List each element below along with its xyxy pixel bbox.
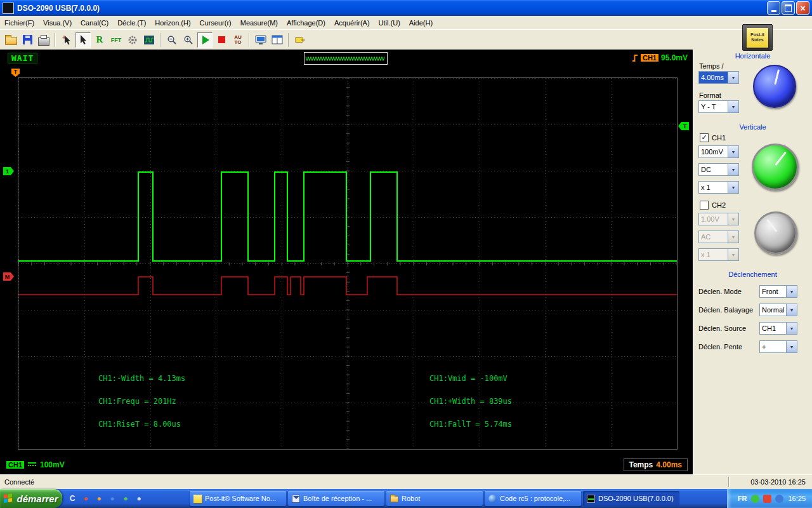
menu-item-measurem[interactable]: Measure(M)	[236, 17, 282, 29]
ch1-level-marker[interactable]: 1	[3, 167, 14, 175]
language-indicator[interactable]: FR	[738, 495, 747, 502]
trigger-mode-select[interactable]: Front▼	[759, 285, 797, 298]
task-label: DSO-2090 USB(7.0.0.0)	[598, 495, 674, 502]
split-display-button[interactable]	[270, 32, 285, 48]
quicklaunch-icon-4[interactable]: ●	[107, 493, 117, 504]
taskbar-task-globe[interactable]: Code rc5 : protocole,...	[485, 491, 581, 506]
quicklaunch-icon-3[interactable]: ●	[94, 493, 104, 504]
acquisition-status: WAIT	[8, 53, 37, 64]
chevron-down-icon[interactable]: ▼	[786, 304, 797, 316]
horizontal-position-knob[interactable]	[753, 65, 796, 108]
quicklaunch-icon-1[interactable]: C	[67, 493, 77, 504]
chevron-down-icon[interactable]: ▼	[728, 164, 738, 175]
save-button[interactable]	[20, 32, 35, 48]
zoom-in-button[interactable]	[181, 32, 196, 48]
menu-item-curseurr[interactable]: Curseur(r)	[195, 17, 236, 29]
chevron-down-icon[interactable]: ▼	[786, 323, 797, 334]
zoom-out-button[interactable]	[164, 32, 180, 48]
open-file-button[interactable]	[3, 32, 18, 48]
trigger-slope-select[interactable]: +▼	[759, 340, 797, 353]
start-button[interactable]: démarrer	[0, 489, 62, 508]
tray-icon-red[interactable]	[763, 495, 771, 503]
print-button[interactable]	[36, 32, 51, 48]
crosshair-tool-button[interactable]	[59, 32, 74, 48]
measurement-readout: CH1:+Width = 839us	[429, 397, 512, 420]
print-icon	[38, 37, 49, 46]
chevron-down-icon[interactable]: ▼	[728, 72, 738, 83]
chevron-down-icon[interactable]: ▼	[786, 341, 797, 352]
ch1-label: CH1	[712, 134, 726, 142]
ch1-coupling-value: DC	[699, 164, 728, 175]
display-window-button[interactable]	[253, 32, 268, 48]
ch1-probe-value: x 1	[699, 182, 728, 193]
trigger-time-marker[interactable]: T	[11, 69, 20, 77]
postit-notes-icon[interactable]: Post-it Notes	[742, 24, 773, 51]
quick-launch-bar: C●●●●●	[62, 493, 149, 504]
ch2-volts-select: 1.00V▼	[698, 213, 739, 225]
start-acquisition-button[interactable]	[197, 32, 213, 48]
close-button[interactable]	[796, 1, 809, 15]
waveform-display-button[interactable]	[141, 32, 157, 48]
menu-item-fichierf[interactable]: Fichier(F)	[0, 17, 39, 29]
trigger-section-title: Déclenchement	[693, 271, 812, 278]
application-window: DSO-2090 USB(7.0.0.0) Fichier(F)Visua.(V…	[0, 0, 812, 508]
stop-acquisition-button[interactable]	[214, 32, 229, 48]
menu-item-affichaged[interactable]: Affichage(D)	[282, 17, 330, 29]
task-label: Post-it® Software No...	[205, 495, 276, 502]
measure-label-button[interactable]	[292, 32, 308, 48]
ch2-checkbox[interactable]	[700, 201, 709, 210]
minimize-button[interactable]	[767, 1, 780, 15]
tray-icon-blue[interactable]	[775, 495, 783, 503]
menu-item-dclet[interactable]: Décle.(T)	[113, 17, 150, 29]
quicklaunch-icon-6[interactable]: ●	[134, 493, 144, 504]
ch1-position-knob[interactable]	[752, 144, 799, 190]
menu-item-canalc[interactable]: Canal(C)	[76, 17, 113, 29]
chevron-down-icon[interactable]: ▼	[728, 146, 738, 157]
save-icon	[23, 35, 32, 44]
format-select[interactable]: Y - T▼	[698, 100, 739, 113]
maximize-icon	[785, 4, 792, 12]
monitor-icon	[255, 35, 266, 45]
fft-button[interactable]: FFT	[108, 32, 124, 48]
trigger-readout: CH1 95.0mV	[632, 53, 688, 62]
settings-button[interactable]	[125, 32, 140, 48]
quicklaunch-icon-2[interactable]: ●	[81, 493, 91, 504]
scope-display[interactable]: CH1:-Width = 4.13msCH1:Frequ = 201HzCH1:…	[18, 77, 678, 450]
menu-item-aideh[interactable]: Aide(H)	[405, 17, 437, 29]
trigger-sweep-select[interactable]: Normal▼	[759, 304, 797, 316]
status-bar: Connecté 03-03-2010 16:25	[0, 474, 812, 490]
measurement-readout: CH1:Vmid = -100mV	[429, 374, 512, 397]
local-zoom-button[interactable]: R	[92, 32, 107, 48]
ch2-position-knob[interactable]	[754, 211, 797, 255]
chevron-down-icon[interactable]: ▼	[728, 101, 738, 112]
taskbar-task-folder[interactable]: Robot	[386, 491, 483, 506]
ch1-probe-select[interactable]: x 1▼	[698, 181, 739, 194]
ch1-volts-select[interactable]: 100mV▼	[698, 145, 739, 158]
menu-item-visuav[interactable]: Visua.(V)	[39, 17, 76, 29]
menu-item-acqurira[interactable]: Acquérir(A)	[330, 17, 374, 29]
maximize-button[interactable]	[782, 1, 795, 15]
taskbar-task-scope[interactable]: DSO-2090 USB(7.0.0.0)	[583, 491, 679, 506]
menu-item-horizonh[interactable]: Horizon.(H)	[150, 17, 195, 29]
time-base-select[interactable]: 4.00ms▼	[698, 71, 739, 84]
pointer-tool-button[interactable]	[75, 32, 91, 48]
trigger-source-select[interactable]: CH1▼	[759, 322, 797, 335]
ch1-coupling-select[interactable]: DC▼	[698, 163, 739, 176]
quicklaunch-icon-5[interactable]: ●	[121, 493, 131, 504]
waveform-preview[interactable]	[304, 52, 388, 65]
autoset-button[interactable]: AU TO	[230, 32, 246, 48]
title-bar: DSO-2090 USB(7.0.0.0)	[0, 0, 812, 16]
chevron-down-icon[interactable]: ▼	[786, 286, 797, 297]
taskbar-task-mail[interactable]: Boîte de réception - ...	[288, 491, 384, 506]
menu-bar: Fichier(F)Visua.(V)Canal(C)Décle.(T)Hori…	[0, 16, 812, 29]
close-icon	[800, 4, 805, 13]
ch1-checkbox[interactable]	[700, 133, 709, 142]
taskbar-task-postit[interactable]: Post-it® Software No...	[190, 491, 286, 506]
menu-item-utilu[interactable]: Util.(U)	[374, 17, 405, 29]
ch1-badge: CH1	[6, 461, 24, 469]
trigger-level-marker[interactable]: T	[678, 122, 689, 130]
ch1-volts-value: 100mV	[699, 146, 728, 157]
tray-icon-green[interactable]	[751, 495, 759, 503]
chevron-down-icon[interactable]: ▼	[728, 182, 738, 193]
math-trace-marker[interactable]: M	[3, 272, 14, 281]
